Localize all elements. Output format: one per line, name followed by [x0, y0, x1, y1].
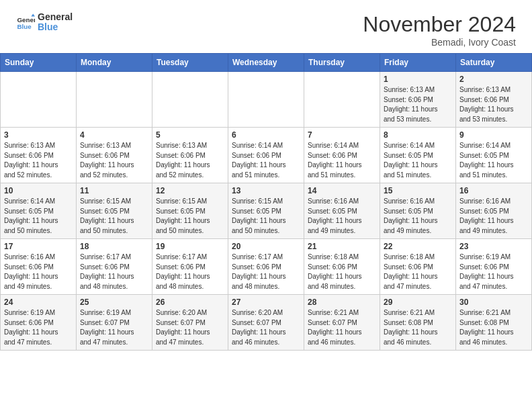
- weekday-header-wednesday: Wednesday: [228, 54, 304, 72]
- calendar-cell: 23Sunrise: 6:19 AMSunset: 6:06 PMDayligh…: [456, 239, 532, 295]
- weekday-header-saturday: Saturday: [456, 54, 532, 72]
- calendar-cell: [304, 72, 380, 128]
- calendar-cell: 3Sunrise: 6:13 AMSunset: 6:06 PMDaylight…: [1, 128, 77, 183]
- calendar-cell: 1Sunrise: 6:13 AMSunset: 6:06 PMDaylight…: [380, 72, 456, 128]
- day-info: Sunrise: 6:16 AMSunset: 6:06 PMDaylight:…: [4, 253, 73, 291]
- day-number: 4: [80, 130, 148, 140]
- calendar-cell: 26Sunrise: 6:20 AMSunset: 6:07 PMDayligh…: [152, 295, 228, 351]
- location: Bemadi, Ivory Coast: [363, 37, 516, 48]
- day-info: Sunrise: 6:18 AMSunset: 6:06 PMDaylight:…: [308, 253, 376, 291]
- calendar-week-5: 24Sunrise: 6:19 AMSunset: 6:06 PMDayligh…: [1, 295, 532, 351]
- calendar-cell: 15Sunrise: 6:16 AMSunset: 6:05 PMDayligh…: [380, 183, 456, 239]
- calendar-cell: [152, 72, 228, 128]
- calendar-week-1: 1Sunrise: 6:13 AMSunset: 6:06 PMDaylight…: [1, 72, 532, 128]
- calendar-cell: [1, 72, 77, 128]
- day-info: Sunrise: 6:14 AMSunset: 6:05 PMDaylight:…: [4, 197, 73, 236]
- calendar-cell: 19Sunrise: 6:17 AMSunset: 6:06 PMDayligh…: [152, 239, 228, 295]
- day-number: 20: [232, 242, 300, 251]
- day-info: Sunrise: 6:13 AMSunset: 6:06 PMDaylight:…: [80, 141, 148, 180]
- calendar-cell: 10Sunrise: 6:14 AMSunset: 6:05 PMDayligh…: [1, 183, 77, 239]
- calendar-cell: 5Sunrise: 6:13 AMSunset: 6:06 PMDaylight…: [152, 128, 228, 183]
- calendar-cell: [77, 72, 152, 128]
- day-info: Sunrise: 6:19 AMSunset: 6:06 PMDaylight:…: [459, 253, 528, 291]
- day-number: 6: [232, 130, 300, 140]
- calendar-cell: 22Sunrise: 6:18 AMSunset: 6:06 PMDayligh…: [380, 239, 456, 295]
- day-info: Sunrise: 6:19 AMSunset: 6:07 PMDaylight:…: [80, 308, 148, 347]
- calendar-cell: 30Sunrise: 6:21 AMSunset: 6:08 PMDayligh…: [456, 295, 532, 351]
- day-number: 24: [4, 298, 73, 307]
- day-number: 17: [4, 242, 73, 251]
- day-number: 14: [308, 186, 376, 195]
- day-info: Sunrise: 6:16 AMSunset: 6:05 PMDaylight:…: [459, 197, 528, 236]
- calendar-cell: 4Sunrise: 6:13 AMSunset: 6:06 PMDaylight…: [77, 128, 152, 183]
- logo: General Blue General Blue: [16, 12, 73, 33]
- day-info: Sunrise: 6:13 AMSunset: 6:06 PMDaylight:…: [384, 85, 452, 124]
- day-info: Sunrise: 6:21 AMSunset: 6:08 PMDaylight:…: [384, 308, 452, 347]
- calendar-cell: 8Sunrise: 6:14 AMSunset: 6:05 PMDaylight…: [380, 128, 456, 183]
- day-info: Sunrise: 6:14 AMSunset: 6:05 PMDaylight:…: [384, 141, 452, 180]
- calendar-cell: 11Sunrise: 6:15 AMSunset: 6:05 PMDayligh…: [77, 183, 152, 239]
- calendar-header: SundayMondayTuesdayWednesdayThursdayFrid…: [1, 54, 532, 72]
- calendar-cell: 6Sunrise: 6:14 AMSunset: 6:06 PMDaylight…: [228, 128, 304, 183]
- calendar-cell: 29Sunrise: 6:21 AMSunset: 6:08 PMDayligh…: [380, 295, 456, 351]
- logo-icon: General Blue: [16, 13, 35, 32]
- day-number: 29: [384, 298, 452, 307]
- logo-general: General: [38, 12, 73, 22]
- day-number: 18: [80, 242, 148, 251]
- day-info: Sunrise: 6:20 AMSunset: 6:07 PMDaylight:…: [156, 308, 224, 347]
- day-number: 23: [459, 242, 528, 251]
- day-info: Sunrise: 6:16 AMSunset: 6:05 PMDaylight:…: [384, 197, 452, 236]
- calendar-cell: 9Sunrise: 6:14 AMSunset: 6:05 PMDaylight…: [456, 128, 532, 183]
- day-info: Sunrise: 6:16 AMSunset: 6:05 PMDaylight:…: [308, 197, 376, 236]
- day-info: Sunrise: 6:14 AMSunset: 6:06 PMDaylight:…: [232, 141, 300, 180]
- calendar-cell: 16Sunrise: 6:16 AMSunset: 6:05 PMDayligh…: [456, 183, 532, 239]
- title-block: November 2024 Bemadi, Ivory Coast: [363, 12, 516, 48]
- day-number: 26: [156, 298, 224, 307]
- day-info: Sunrise: 6:21 AMSunset: 6:07 PMDaylight:…: [308, 308, 376, 347]
- day-number: 9: [459, 130, 528, 140]
- svg-text:Blue: Blue: [17, 23, 32, 30]
- day-number: 27: [232, 298, 300, 307]
- day-info: Sunrise: 6:17 AMSunset: 6:06 PMDaylight:…: [232, 253, 300, 291]
- day-info: Sunrise: 6:13 AMSunset: 6:06 PMDaylight:…: [4, 141, 73, 180]
- day-number: 13: [232, 186, 300, 195]
- svg-marker-2: [31, 14, 35, 17]
- day-info: Sunrise: 6:21 AMSunset: 6:08 PMDaylight:…: [459, 308, 528, 347]
- day-info: Sunrise: 6:13 AMSunset: 6:06 PMDaylight:…: [459, 85, 528, 124]
- calendar-cell: 20Sunrise: 6:17 AMSunset: 6:06 PMDayligh…: [228, 239, 304, 295]
- day-number: 2: [459, 75, 528, 84]
- weekday-header-tuesday: Tuesday: [152, 54, 228, 72]
- calendar-cell: 25Sunrise: 6:19 AMSunset: 6:07 PMDayligh…: [77, 295, 152, 351]
- day-info: Sunrise: 6:15 AMSunset: 6:05 PMDaylight:…: [80, 197, 148, 236]
- page-header: General Blue General Blue November 2024 …: [0, 0, 532, 53]
- day-number: 28: [308, 298, 376, 307]
- calendar-week-3: 10Sunrise: 6:14 AMSunset: 6:05 PMDayligh…: [1, 183, 532, 239]
- calendar-cell: 2Sunrise: 6:13 AMSunset: 6:06 PMDaylight…: [456, 72, 532, 128]
- day-number: 21: [308, 242, 376, 251]
- day-info: Sunrise: 6:15 AMSunset: 6:05 PMDaylight:…: [156, 197, 224, 236]
- day-info: Sunrise: 6:14 AMSunset: 6:05 PMDaylight:…: [459, 141, 528, 180]
- month-title: November 2024: [363, 12, 516, 37]
- calendar-table: SundayMondayTuesdayWednesdayThursdayFrid…: [0, 53, 532, 351]
- day-number: 19: [156, 242, 224, 251]
- calendar-cell: 18Sunrise: 6:17 AMSunset: 6:06 PMDayligh…: [77, 239, 152, 295]
- calendar-cell: 24Sunrise: 6:19 AMSunset: 6:06 PMDayligh…: [1, 295, 77, 351]
- day-info: Sunrise: 6:15 AMSunset: 6:05 PMDaylight:…: [232, 197, 300, 236]
- day-number: 8: [384, 130, 452, 140]
- calendar-cell: 21Sunrise: 6:18 AMSunset: 6:06 PMDayligh…: [304, 239, 380, 295]
- day-number: 5: [156, 130, 224, 140]
- weekday-header-sunday: Sunday: [1, 54, 77, 72]
- day-info: Sunrise: 6:14 AMSunset: 6:06 PMDaylight:…: [308, 141, 376, 180]
- day-info: Sunrise: 6:20 AMSunset: 6:07 PMDaylight:…: [232, 308, 300, 347]
- day-number: 11: [80, 186, 148, 195]
- day-info: Sunrise: 6:18 AMSunset: 6:06 PMDaylight:…: [384, 253, 452, 291]
- day-number: 25: [80, 298, 148, 307]
- day-number: 30: [459, 298, 528, 307]
- calendar-cell: 27Sunrise: 6:20 AMSunset: 6:07 PMDayligh…: [228, 295, 304, 351]
- day-info: Sunrise: 6:13 AMSunset: 6:06 PMDaylight:…: [156, 141, 224, 180]
- day-info: Sunrise: 6:19 AMSunset: 6:06 PMDaylight:…: [4, 308, 73, 347]
- day-info: Sunrise: 6:17 AMSunset: 6:06 PMDaylight:…: [156, 253, 224, 291]
- day-number: 3: [4, 130, 73, 140]
- calendar-cell: 28Sunrise: 6:21 AMSunset: 6:07 PMDayligh…: [304, 295, 380, 351]
- calendar-cell: 17Sunrise: 6:16 AMSunset: 6:06 PMDayligh…: [1, 239, 77, 295]
